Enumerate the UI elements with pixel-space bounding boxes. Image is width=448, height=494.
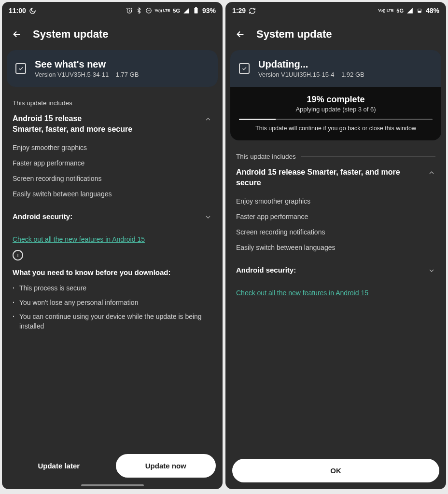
back-icon[interactable] <box>12 29 22 40</box>
alarm-icon <box>126 7 133 14</box>
refresh-icon <box>249 7 256 14</box>
info-icon[interactable]: i <box>13 250 23 261</box>
security-row[interactable]: Android security: <box>225 258 446 280</box>
progress-title: 19% complete <box>239 95 433 105</box>
svg-rect-5 <box>418 11 421 13</box>
svg-rect-3 <box>195 7 197 8</box>
battery-icon <box>193 7 199 14</box>
includes-label: This update includes <box>2 87 223 110</box>
feature-item: Faster app performance <box>13 155 212 171</box>
bottom-bar: Update later Update now <box>2 447 223 484</box>
preflight-item: You can continue using your device while… <box>13 310 212 333</box>
includes-label: This update includes <box>225 140 446 164</box>
release-title: Android 15 release Smarter, faster, and … <box>13 113 132 134</box>
chevron-down-icon <box>428 267 435 274</box>
whats-new-card[interactable]: See what's new Version V1UV35H.5-34-11 –… <box>7 50 218 87</box>
feature-list: Enjoy smoother graphics Faster app perfo… <box>13 134 212 205</box>
progress-subtitle: Applying update (step 3 of 6) <box>239 106 433 113</box>
chevron-up-icon <box>428 169 435 177</box>
divider <box>301 156 435 157</box>
feature-item: Screen recording notifications <box>13 171 212 186</box>
status-time: 11:00 <box>9 7 26 14</box>
phone-left: 11:00 Vo)) LTE 5G 93% System update See … <box>2 2 223 489</box>
preflight-item: You won't lose any personal information <box>13 296 212 310</box>
signal-icon <box>183 7 190 14</box>
feature-item: Faster app performance <box>236 209 435 224</box>
features-link[interactable]: Check out all the new features in Androi… <box>225 280 446 300</box>
page-title: System update <box>256 28 332 41</box>
battery-label: 48% <box>426 7 439 14</box>
feature-item: Enjoy smoother graphics <box>13 140 212 155</box>
page-title: System update <box>33 28 109 41</box>
card-subtitle: Version V1UUI35H.15-15-4 – 1.92 GB <box>258 71 364 78</box>
progress-fill <box>239 119 276 120</box>
security-row[interactable]: Android security: <box>2 205 223 227</box>
bottom-bar: OK <box>225 452 446 489</box>
release-header[interactable]: Android 15 release Smarter, faster, and … <box>236 167 435 188</box>
security-label: Android security: <box>13 212 72 220</box>
back-icon[interactable] <box>235 29 246 40</box>
feature-list: Enjoy smoother graphics Faster app perfo… <box>236 188 435 258</box>
status-time: 1:29 <box>232 7 246 14</box>
chevron-up-icon <box>204 115 212 123</box>
card-title: See what's new <box>35 59 139 70</box>
updating-card: Updating... Version V1UUI35H.15-15-4 – 1… <box>230 50 441 140</box>
dnd-icon <box>145 7 152 14</box>
release-title: Android 15 release Smarter, faster, and … <box>236 167 410 188</box>
lte-label: Vo)) LTE <box>155 9 170 13</box>
card-subtitle: Version V1UV35H.5-34-11 – 1.77 GB <box>35 71 139 78</box>
checklist-icon <box>15 63 26 74</box>
security-label: Android security: <box>236 266 296 274</box>
card-title: Updating... <box>258 59 364 70</box>
preflight-item: This process is secure <box>13 281 212 296</box>
feature-item: Screen recording notifications <box>236 224 435 240</box>
feature-item: Easily switch between languages <box>236 240 435 255</box>
battery-icon <box>416 7 423 14</box>
feature-item: Enjoy smoother graphics <box>236 193 435 209</box>
page-header: System update <box>2 19 223 50</box>
divider <box>77 103 212 103</box>
feature-item: Easily switch between languages <box>13 186 212 202</box>
progress-bar <box>239 119 433 120</box>
preflight-list: This process is secure You won't lose an… <box>2 279 223 333</box>
network-label: 5G <box>396 8 404 14</box>
status-bar: 11:00 Vo)) LTE 5G 93% <box>2 2 223 19</box>
bluetooth-icon <box>136 7 142 14</box>
update-now-button[interactable]: Update now <box>116 454 216 478</box>
ok-button[interactable]: OK <box>232 459 439 482</box>
phone-right: 1:29 Vo)) LTE 5G 48% System update Updat… <box>225 2 446 489</box>
progress-note: This update will continue if you go back… <box>239 125 433 132</box>
page-header: System update <box>225 19 446 50</box>
signal-icon <box>406 7 413 14</box>
checklist-icon <box>239 63 250 74</box>
moon-icon <box>29 7 36 14</box>
nav-handle[interactable] <box>81 484 144 486</box>
chevron-down-icon <box>204 213 212 221</box>
release-header[interactable]: Android 15 release Smarter, faster, and … <box>13 113 212 134</box>
svg-rect-2 <box>194 8 197 14</box>
features-link[interactable]: Check out all the new features in Androi… <box>2 227 223 246</box>
lte-label: Vo)) LTE <box>378 9 394 13</box>
status-bar: 1:29 Vo)) LTE 5G 48% <box>225 2 446 19</box>
battery-label: 93% <box>202 7 216 14</box>
update-later-button[interactable]: Update later <box>9 454 109 478</box>
preflight-title: What you need to know before you downloa… <box>2 261 223 279</box>
network-label: 5G <box>173 8 180 14</box>
